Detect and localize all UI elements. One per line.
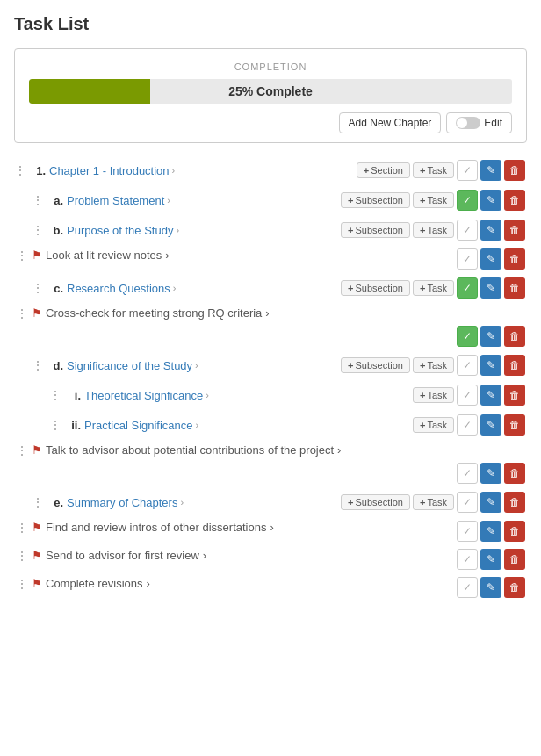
task-actions: ✓ ✎ 🗑 <box>457 577 525 598</box>
drag-handle-icon[interactable]: ⋮ <box>16 248 28 263</box>
subsection-label[interactable]: Purpose of the Study › <box>67 224 337 237</box>
check-button[interactable]: ✓ <box>457 160 478 181</box>
subsection-row: ⋮ e. Summary of Chapters › +Subsection +… <box>14 487 527 517</box>
check-button[interactable]: ✓ <box>457 549 478 570</box>
task-row: ⋮ ⚑ Talk to advisor about potential cont… <box>14 440 527 461</box>
edit-button[interactable]: Edit <box>446 112 512 133</box>
delete-item-button[interactable]: 🗑 <box>504 190 525 211</box>
add-subsection-button[interactable]: +Subsection <box>341 357 410 373</box>
delete-item-button[interactable]: 🗑 <box>504 521 525 542</box>
add-subsection-button[interactable]: +Subsection <box>341 222 410 238</box>
drag-handle-icon[interactable]: ⋮ <box>49 388 61 402</box>
delete-item-button[interactable]: 🗑 <box>504 385 525 406</box>
task-row: ⋮ ⚑ Look at lit review notes › ✓ ✎ 🗑 <box>14 245 527 273</box>
edit-item-button[interactable]: ✎ <box>480 248 501 270</box>
check-button[interactable]: ✓ <box>457 326 478 347</box>
edit-item-button[interactable]: ✎ <box>480 549 501 570</box>
subsubsection-index: ii. <box>65 419 81 432</box>
edit-item-button[interactable]: ✎ <box>480 414 501 436</box>
subsubsection-label[interactable]: Theoretical Signficance › <box>84 389 409 402</box>
check-button[interactable]: ✓ <box>457 521 478 542</box>
subsection-label[interactable]: Significance of the Study › <box>67 359 337 372</box>
subsubsection-actions: +Task ✓ ✎ 🗑 <box>413 414 525 436</box>
add-subsection-button[interactable]: +Subsection <box>341 494 410 510</box>
edit-item-button[interactable]: ✎ <box>480 277 501 299</box>
drag-handle-icon[interactable]: ⋮ <box>32 495 44 509</box>
drag-handle-icon[interactable]: ⋮ <box>16 577 28 591</box>
add-task-button[interactable]: +Task <box>413 357 454 373</box>
drag-handle-icon[interactable]: ⋮ <box>16 549 28 563</box>
check-button[interactable]: ✓ <box>457 414 478 436</box>
subsection-label[interactable]: Problem Statement › <box>67 194 337 207</box>
progress-bar-fill <box>29 79 150 104</box>
edit-item-button[interactable]: ✎ <box>480 577 501 598</box>
check-button[interactable]: ✓ <box>457 492 478 513</box>
subsection-actions: +Subsection +Task ✓ ✎ 🗑 <box>341 190 525 211</box>
check-button[interactable]: ✓ <box>457 190 478 211</box>
delete-item-button[interactable]: 🗑 <box>504 463 525 484</box>
flag-icon: ⚑ <box>32 577 42 590</box>
task-row: ⋮ ⚑ Cross-check for meeting strong RQ cr… <box>14 303 527 324</box>
check-button[interactable]: ✓ <box>457 463 478 484</box>
drag-handle-icon[interactable]: ⋮ <box>49 418 61 432</box>
delete-item-button[interactable]: 🗑 <box>504 549 525 570</box>
delete-item-button[interactable]: 🗑 <box>504 160 525 181</box>
drag-handle-icon[interactable]: ⋮ <box>32 223 44 237</box>
add-subsection-button[interactable]: +Subsection <box>341 280 410 296</box>
edit-item-button[interactable]: ✎ <box>480 326 501 347</box>
check-button[interactable]: ✓ <box>457 220 478 241</box>
check-button[interactable]: ✓ <box>457 385 478 406</box>
chapter-label[interactable]: Chapter 1 - Introduction › <box>49 164 353 177</box>
edit-item-button[interactable]: ✎ <box>480 355 501 376</box>
subsubsection-row: ⋮ i. Theoretical Signficance › +Task ✓ ✎… <box>14 380 527 410</box>
task-text: Send to advisor for first review › <box>46 549 453 562</box>
drag-handle-icon[interactable]: ⋮ <box>14 163 26 177</box>
chevron-icon: › <box>203 549 206 562</box>
delete-item-button[interactable]: 🗑 <box>504 492 525 513</box>
edit-item-button[interactable]: ✎ <box>480 521 501 542</box>
edit-item-button[interactable]: ✎ <box>480 190 501 211</box>
add-section-button[interactable]: +Section <box>357 162 410 178</box>
edit-item-button[interactable]: ✎ <box>480 492 501 513</box>
check-button[interactable]: ✓ <box>457 577 478 598</box>
add-chapter-button[interactable]: Add New Chapter <box>339 112 442 133</box>
delete-item-button[interactable]: 🗑 <box>504 248 525 270</box>
edit-item-button[interactable]: ✎ <box>480 220 501 241</box>
add-task-button[interactable]: +Task <box>413 192 454 208</box>
check-button[interactable]: ✓ <box>457 355 478 376</box>
drag-handle-icon[interactable]: ⋮ <box>16 306 28 320</box>
add-task-button[interactable]: +Task <box>413 222 454 238</box>
check-button[interactable]: ✓ <box>457 277 478 299</box>
drag-handle-icon[interactable]: ⋮ <box>16 443 28 457</box>
add-task-button[interactable]: +Task <box>413 387 454 403</box>
delete-item-button[interactable]: 🗑 <box>504 355 525 376</box>
drag-handle-icon[interactable]: ⋮ <box>32 193 44 207</box>
task-row: ⋮ ⚑ Find and review intros of other diss… <box>14 517 527 545</box>
edit-item-button[interactable]: ✎ <box>480 160 501 181</box>
edit-item-button[interactable]: ✎ <box>480 463 501 484</box>
delete-item-button[interactable]: 🗑 <box>504 277 525 299</box>
subsubsection-label[interactable]: Practical Significance › <box>84 419 409 432</box>
subsection-label[interactable]: Research Questions › <box>67 282 337 295</box>
task-actions: ✓ ✎ 🗑 <box>457 549 525 570</box>
subsection-label[interactable]: Summary of Chapters › <box>67 496 337 509</box>
task-actions: ✓ ✎ 🗑 <box>457 463 525 484</box>
check-button[interactable]: ✓ <box>457 248 478 270</box>
delete-item-button[interactable]: 🗑 <box>504 414 525 436</box>
page-title: Task List <box>14 14 527 34</box>
delete-item-button[interactable]: 🗑 <box>504 220 525 241</box>
delete-item-button[interactable]: 🗑 <box>504 577 525 598</box>
add-subsection-button[interactable]: +Subsection <box>341 192 410 208</box>
task-list: ⋮ 1. Chapter 1 - Introduction › +Section… <box>14 155 527 601</box>
add-task-button[interactable]: +Task <box>413 417 454 433</box>
chevron-icon: › <box>196 420 199 430</box>
add-task-button[interactable]: +Task <box>413 494 454 510</box>
add-task-button[interactable]: +Task <box>413 280 454 296</box>
drag-handle-icon[interactable]: ⋮ <box>32 281 44 295</box>
add-task-button[interactable]: +Task <box>413 162 454 178</box>
drag-handle-icon[interactable]: ⋮ <box>32 358 44 372</box>
edit-item-button[interactable]: ✎ <box>480 385 501 406</box>
drag-handle-icon[interactable]: ⋮ <box>16 521 28 535</box>
chevron-icon: › <box>180 497 184 508</box>
delete-item-button[interactable]: 🗑 <box>504 326 525 347</box>
